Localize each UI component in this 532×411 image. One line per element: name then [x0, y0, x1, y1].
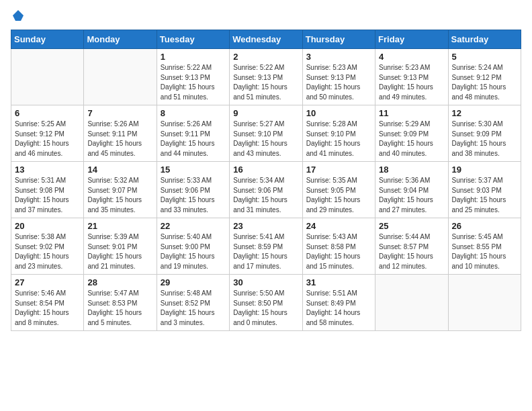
day-number: 16	[233, 165, 298, 175]
weekday-header: Wednesday	[230, 30, 302, 49]
day-info: Sunrise: 5:23 AM Sunset: 9:13 PM Dayligh…	[379, 63, 444, 102]
calendar-cell: 24Sunrise: 5:43 AM Sunset: 8:58 PM Dayli…	[302, 218, 375, 275]
day-number: 15	[161, 165, 226, 175]
day-info: Sunrise: 5:44 AM Sunset: 8:57 PM Dayligh…	[379, 232, 444, 271]
day-info: Sunrise: 5:28 AM Sunset: 9:10 PM Dayligh…	[306, 120, 371, 158]
weekday-header: Thursday	[302, 30, 375, 49]
svg-marker-0	[13, 10, 24, 21]
day-info: Sunrise: 5:46 AM Sunset: 8:54 PM Dayligh…	[15, 289, 80, 328]
day-info: Sunrise: 5:48 AM Sunset: 8:52 PM Dayligh…	[161, 289, 226, 328]
day-number: 26	[452, 221, 517, 231]
day-info: Sunrise: 5:40 AM Sunset: 9:00 PM Dayligh…	[161, 232, 226, 271]
calendar-cell: 10Sunrise: 5:28 AM Sunset: 9:10 PM Dayli…	[302, 105, 375, 162]
calendar-cell: 23Sunrise: 5:41 AM Sunset: 8:59 PM Dayli…	[230, 218, 302, 275]
day-info: Sunrise: 5:26 AM Sunset: 9:11 PM Dayligh…	[161, 120, 226, 158]
calendar-cell: 9Sunrise: 5:27 AM Sunset: 9:10 PM Daylig…	[230, 105, 302, 162]
day-info: Sunrise: 5:47 AM Sunset: 8:53 PM Dayligh…	[87, 289, 152, 328]
day-info: Sunrise: 5:32 AM Sunset: 9:07 PM Dayligh…	[87, 176, 152, 215]
calendar-week-row: 27Sunrise: 5:46 AM Sunset: 8:54 PM Dayli…	[11, 275, 521, 331]
day-number: 19	[452, 165, 517, 175]
calendar-cell: 31Sunrise: 5:51 AM Sunset: 8:49 PM Dayli…	[302, 275, 375, 331]
day-info: Sunrise: 5:27 AM Sunset: 9:10 PM Dayligh…	[233, 120, 298, 158]
day-number: 11	[379, 108, 444, 118]
day-number: 30	[233, 277, 298, 287]
day-number: 22	[161, 221, 226, 231]
calendar-cell: 11Sunrise: 5:29 AM Sunset: 9:09 PM Dayli…	[375, 105, 448, 162]
day-info: Sunrise: 5:45 AM Sunset: 8:55 PM Dayligh…	[452, 232, 517, 271]
calendar-cell: 6Sunrise: 5:25 AM Sunset: 9:12 PM Daylig…	[11, 105, 84, 162]
day-number: 23	[233, 221, 298, 231]
calendar-cell: 3Sunrise: 5:23 AM Sunset: 9:13 PM Daylig…	[302, 49, 375, 105]
day-number: 24	[306, 221, 371, 231]
day-number: 7	[87, 108, 152, 118]
calendar-cell	[84, 49, 157, 105]
calendar-cell: 16Sunrise: 5:34 AM Sunset: 9:06 PM Dayli…	[230, 162, 302, 218]
calendar-cell: 1Sunrise: 5:22 AM Sunset: 9:13 PM Daylig…	[157, 49, 229, 105]
calendar-week-row: 6Sunrise: 5:25 AM Sunset: 9:12 PM Daylig…	[11, 105, 521, 162]
calendar-cell: 2Sunrise: 5:22 AM Sunset: 9:13 PM Daylig…	[230, 49, 302, 105]
day-info: Sunrise: 5:35 AM Sunset: 9:05 PM Dayligh…	[306, 176, 371, 215]
calendar-cell: 8Sunrise: 5:26 AM Sunset: 9:11 PM Daylig…	[157, 105, 229, 162]
calendar-cell: 26Sunrise: 5:45 AM Sunset: 8:55 PM Dayli…	[448, 218, 521, 275]
calendar-cell: 18Sunrise: 5:36 AM Sunset: 9:04 PM Dayli…	[375, 162, 448, 218]
day-number: 29	[161, 277, 226, 287]
weekday-header: Sunday	[11, 30, 84, 49]
day-info: Sunrise: 5:51 AM Sunset: 8:49 PM Dayligh…	[306, 289, 371, 328]
calendar-cell: 7Sunrise: 5:26 AM Sunset: 9:11 PM Daylig…	[84, 105, 157, 162]
calendar-cell: 22Sunrise: 5:40 AM Sunset: 9:00 PM Dayli…	[157, 218, 229, 275]
calendar-cell: 5Sunrise: 5:24 AM Sunset: 9:12 PM Daylig…	[448, 49, 521, 105]
day-number: 5	[452, 52, 517, 62]
day-info: Sunrise: 5:30 AM Sunset: 9:09 PM Dayligh…	[452, 120, 517, 158]
day-info: Sunrise: 5:22 AM Sunset: 9:13 PM Dayligh…	[161, 63, 226, 102]
day-number: 1	[161, 52, 226, 62]
logo-icon	[12, 9, 24, 21]
day-info: Sunrise: 5:41 AM Sunset: 8:59 PM Dayligh…	[233, 232, 298, 271]
day-info: Sunrise: 5:39 AM Sunset: 9:01 PM Dayligh…	[87, 232, 152, 271]
day-info: Sunrise: 5:25 AM Sunset: 9:12 PM Dayligh…	[15, 120, 80, 158]
day-info: Sunrise: 5:36 AM Sunset: 9:04 PM Dayligh…	[379, 176, 444, 215]
day-number: 10	[306, 108, 371, 118]
header	[11, 11, 521, 21]
day-number: 3	[306, 52, 371, 62]
day-info: Sunrise: 5:33 AM Sunset: 9:06 PM Dayligh…	[161, 176, 226, 215]
day-number: 17	[306, 165, 371, 175]
calendar-cell	[11, 49, 84, 105]
calendar-table: SundayMondayTuesdayWednesdayThursdayFrid…	[11, 30, 521, 331]
day-info: Sunrise: 5:23 AM Sunset: 9:13 PM Dayligh…	[306, 63, 371, 102]
calendar-week-row: 13Sunrise: 5:31 AM Sunset: 9:08 PM Dayli…	[11, 162, 521, 218]
day-info: Sunrise: 5:26 AM Sunset: 9:11 PM Dayligh…	[87, 120, 152, 158]
day-info: Sunrise: 5:50 AM Sunset: 8:50 PM Dayligh…	[233, 289, 298, 328]
day-number: 13	[15, 165, 80, 175]
weekday-header-row: SundayMondayTuesdayWednesdayThursdayFrid…	[11, 30, 521, 49]
calendar-cell: 30Sunrise: 5:50 AM Sunset: 8:50 PM Dayli…	[230, 275, 302, 331]
calendar-cell: 20Sunrise: 5:38 AM Sunset: 9:02 PM Dayli…	[11, 218, 84, 275]
calendar-week-row: 1Sunrise: 5:22 AM Sunset: 9:13 PM Daylig…	[11, 49, 521, 105]
day-info: Sunrise: 5:37 AM Sunset: 9:03 PM Dayligh…	[452, 176, 517, 215]
calendar-cell	[448, 275, 521, 331]
weekday-header: Tuesday	[157, 30, 229, 49]
day-number: 14	[87, 165, 152, 175]
weekday-header: Friday	[375, 30, 448, 49]
day-info: Sunrise: 5:24 AM Sunset: 9:12 PM Dayligh…	[452, 63, 517, 102]
calendar-cell	[375, 275, 448, 331]
day-info: Sunrise: 5:38 AM Sunset: 9:02 PM Dayligh…	[15, 232, 80, 271]
day-number: 8	[161, 108, 226, 118]
calendar-week-row: 20Sunrise: 5:38 AM Sunset: 9:02 PM Dayli…	[11, 218, 521, 275]
calendar-cell: 19Sunrise: 5:37 AM Sunset: 9:03 PM Dayli…	[448, 162, 521, 218]
logo	[11, 11, 24, 21]
day-info: Sunrise: 5:34 AM Sunset: 9:06 PM Dayligh…	[233, 176, 298, 215]
day-number: 27	[15, 277, 80, 287]
calendar-cell: 15Sunrise: 5:33 AM Sunset: 9:06 PM Dayli…	[157, 162, 229, 218]
calendar-cell: 27Sunrise: 5:46 AM Sunset: 8:54 PM Dayli…	[11, 275, 84, 331]
day-number: 4	[379, 52, 444, 62]
calendar-cell: 4Sunrise: 5:23 AM Sunset: 9:13 PM Daylig…	[375, 49, 448, 105]
day-number: 18	[379, 165, 444, 175]
day-number: 25	[379, 221, 444, 231]
day-number: 20	[15, 221, 80, 231]
day-number: 21	[87, 221, 152, 231]
day-number: 28	[87, 277, 152, 287]
calendar-cell: 13Sunrise: 5:31 AM Sunset: 9:08 PM Dayli…	[11, 162, 84, 218]
weekday-header: Monday	[84, 30, 157, 49]
day-info: Sunrise: 5:29 AM Sunset: 9:09 PM Dayligh…	[379, 120, 444, 158]
calendar-cell: 21Sunrise: 5:39 AM Sunset: 9:01 PM Dayli…	[84, 218, 157, 275]
